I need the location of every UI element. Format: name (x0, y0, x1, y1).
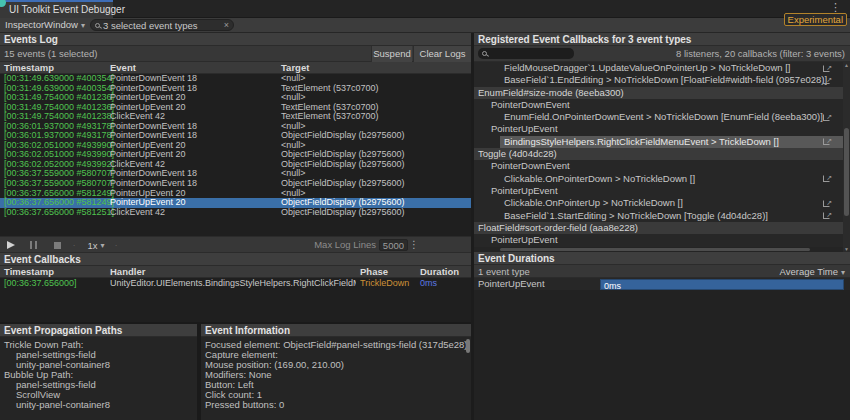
event-callbacks-rows: [00:36:37.656000]UnityEditor.UIElements.… (0, 278, 471, 322)
event-information-title: Event Information (201, 324, 471, 337)
event-type-count: 1 event type (478, 265, 530, 278)
scrollbar-thumb[interactable] (844, 128, 849, 216)
registered-callbacks-list: FieldMouseDragger`1.UpdateValueOnPointer… (474, 62, 843, 247)
play-icon (7, 241, 15, 249)
callback-event-type-row[interactable]: PointerDownEvent (474, 160, 843, 172)
callback-timestamp: [00:36:37.656000] (4, 278, 77, 289)
scroll-up-icon[interactable]: ▲ (843, 62, 850, 68)
propagation-paths-body: Trickle Down Path:panel-settings-fieldun… (0, 337, 197, 420)
window-accent-dot (0, 0, 6, 7)
scrollbar-thumb[interactable] (500, 248, 810, 251)
tab-bar: UI Toolkit Event Debugger ⋮ (0, 0, 850, 18)
callback-handler: UnityEditor.UIElements.BindingsStyleHelp… (110, 278, 356, 289)
tab-event-debugger[interactable]: UI Toolkit Event Debugger (0, 0, 113, 18)
callback-handler-row[interactable]: BindingsStyleHelpers.RightClickFieldMenu… (474, 136, 843, 148)
suspend-button[interactable]: Suspend (371, 46, 412, 62)
play-button[interactable] (4, 237, 18, 253)
col-handler: Handler (110, 266, 145, 278)
events-log-rows: [00:31:49.639000 #400354]PointerDownEven… (0, 74, 471, 236)
callback-phase: TrickleDown (360, 278, 409, 289)
registered-callbacks-title: Registered Event Callbacks for 3 event t… (474, 33, 850, 46)
event-durations-subbar: 1 event type Average Time▾ (474, 265, 850, 278)
pause-icon (30, 241, 37, 249)
callbacks-summary: 8 listeners, 20 callbacks (filter: 3 eve… (676, 46, 845, 62)
event-callbacks-title: Event Callbacks (0, 253, 471, 266)
callback-owner-row[interactable]: FloatField#sort-order-field (aaa8e228) (474, 222, 843, 234)
events-log-column-header: Timestamp Event Target (0, 62, 471, 74)
event-name: ClickEvent 42 (110, 208, 165, 218)
propagation-path-line: unity-panel-container8 (0, 400, 197, 410)
panel-picker-label: InspectorWindow (5, 19, 78, 30)
callback-owner-row[interactable]: EnumField#size-mode (8eeba300) (474, 87, 843, 99)
step-forward-button[interactable]: · (112, 237, 120, 253)
callbacks-search[interactable] (478, 48, 574, 59)
event-callbacks-column-header: Timestamp Handler Phase Duration (0, 266, 471, 278)
callback-event-type-row[interactable]: PointerUpEvent (474, 234, 843, 246)
callback-handler-row[interactable]: BaseField`1.StartEditing > NoTrickleDown… (474, 210, 843, 222)
event-duration-row[interactable]: PointerUpEvent0ms (474, 278, 850, 290)
scrollbar-thumb[interactable] (466, 339, 470, 353)
event-type-filter-search[interactable]: × (90, 19, 234, 31)
toolbar: InspectorWindow▾ × Experimental (0, 18, 850, 33)
callback-duration: 0ms (420, 278, 437, 289)
open-in-window-icon[interactable] (823, 212, 830, 219)
callbacks-search-input[interactable] (490, 49, 570, 59)
open-in-window-icon[interactable] (823, 175, 830, 182)
chevron-down-icon: ▾ (81, 21, 85, 30)
kebab-menu-icon[interactable]: ⋮ (409, 237, 419, 253)
playback-bar: · 1x▾ · Max Log Lines ⋮ (0, 236, 471, 253)
events-log-title: Events Log (0, 33, 471, 46)
max-log-lines-label: Max Log Lines (314, 237, 376, 253)
open-in-window-icon[interactable] (823, 65, 830, 72)
event-type-search-input[interactable] (103, 20, 222, 31)
search-icon (482, 51, 487, 56)
event-info-line: Pressed buttons: 0 (201, 400, 471, 410)
ui-toolkit-event-debugger-window: UI Toolkit Event Debugger ⋮ InspectorWin… (0, 0, 850, 420)
pause-button[interactable] (26, 237, 40, 253)
chevron-down-icon: ▾ (841, 268, 845, 277)
callback-handler-row[interactable]: EnumField.OnPointerDownEvent > NoTrickle… (474, 111, 843, 123)
duration-bar: 0ms (600, 279, 844, 290)
open-in-window-icon[interactable] (823, 200, 830, 207)
callback-owner-row[interactable]: Toggle (4d04dc28) (474, 148, 843, 160)
vertical-scrollbar[interactable]: ▲ ▼ (843, 62, 850, 252)
col-timestamp: Timestamp (4, 266, 54, 278)
open-in-window-icon[interactable] (823, 77, 830, 84)
event-durations-title: Event Durations (474, 252, 850, 265)
stop-button[interactable] (50, 237, 64, 253)
propagation-paths-title: Event Propagation Paths (0, 324, 197, 337)
callback-event-type-row[interactable]: PointerUpEvent (474, 185, 843, 197)
close-icon[interactable]: × (224, 20, 229, 30)
col-duration: Duration (420, 266, 459, 278)
callback-event-type-row[interactable]: PointerDownEvent (474, 99, 843, 111)
callback-handler-row[interactable]: FieldMouseDragger`1.UpdateValueOnPointer… (474, 62, 843, 74)
panel-picker-dropdown[interactable]: InspectorWindow▾ (0, 18, 89, 32)
duration-event-name: PointerUpEvent (478, 278, 545, 290)
playback-speed-dropdown[interactable]: 1x▾ (84, 237, 108, 253)
event-target: ObjectFieldDisplay (b2975600) (281, 208, 405, 218)
average-time-dropdown[interactable]: Average Time▾ (780, 265, 845, 279)
step-back-button[interactable]: · (70, 237, 78, 253)
callback-event-type-row[interactable]: PointerUpEvent (474, 123, 843, 135)
callback-handler-row[interactable]: Clickable.OnPointerUp > NoTrickleDown [] (474, 197, 843, 209)
col-event: Event (110, 62, 136, 74)
col-target: Target (281, 62, 309, 74)
col-phase: Phase (360, 266, 388, 278)
tab-label: UI Toolkit Event Debugger (9, 4, 125, 15)
duration-value: 0ms (601, 281, 621, 291)
event-timestamp: [00:36:37.656000 #581251] (4, 208, 114, 218)
registered-callbacks-filter-bar: 8 listeners, 20 callbacks (filter: 3 eve… (474, 46, 850, 62)
open-in-window-icon[interactable] (823, 114, 830, 121)
open-in-window-icon[interactable] (823, 138, 830, 145)
event-log-row[interactable]: [00:36:37.656000 #581251]ClickEvent 42Ob… (0, 208, 471, 218)
events-log-status: 15 events (1 selected) (4, 46, 97, 62)
search-icon (95, 23, 100, 28)
callback-handler-row[interactable]: BaseField`1.EndEditing > NoTrickleDown [… (474, 74, 843, 86)
chevron-down-icon: ▾ (101, 241, 105, 250)
events-log-statusbar: 15 events (1 selected) Suspend Clear Log… (0, 46, 471, 62)
experimental-badge: Experimental (784, 13, 847, 26)
max-log-lines-input[interactable] (379, 239, 408, 251)
event-callback-row[interactable]: [00:36:37.656000]UnityEditor.UIElements.… (0, 278, 471, 289)
callback-handler-row[interactable]: Clickable.OnPointerDown > NoTrickleDown … (474, 173, 843, 185)
clear-logs-button[interactable]: Clear Logs (413, 46, 471, 62)
